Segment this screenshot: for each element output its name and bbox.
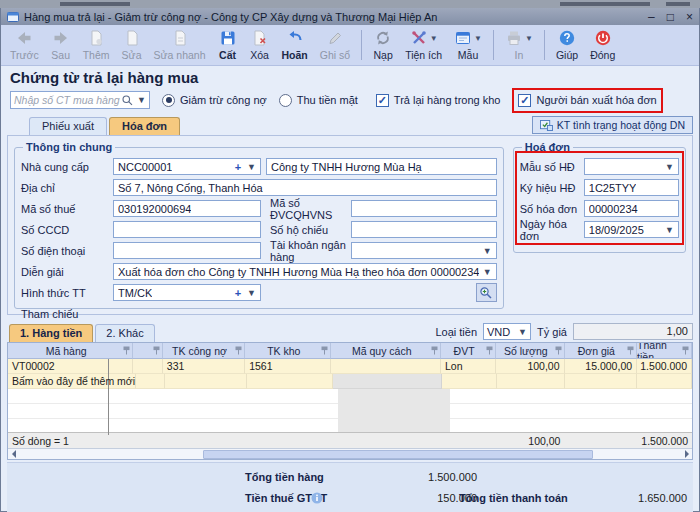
address-field[interactable]: Số 7, Nông Cống, Thanh Hóa	[113, 179, 497, 196]
pin-icon[interactable]	[486, 346, 493, 355]
tab-khac[interactable]: 2. Khác	[95, 324, 154, 342]
cell[interactable]	[637, 374, 692, 389]
toolbar-mau-button[interactable]: ▼Mẫu	[449, 28, 487, 62]
cell[interactable]: 331	[163, 359, 245, 374]
checkbox-nguoi-ban-xuat-hoa-don[interactable]: ✓ Người bán xuất hóa đơn	[518, 94, 656, 107]
column-header-5[interactable]: ĐVT	[441, 343, 496, 359]
radio-icon[interactable]	[162, 94, 175, 107]
search-field[interactable]	[14, 94, 121, 106]
invoice-form-dropdown-icon[interactable]: ▼	[665, 162, 674, 172]
grid-data-row[interactable]: VT000023311561Lon100,0015.000,001.500.00…	[8, 359, 692, 374]
toolbar-dong-button[interactable]: Đóng	[585, 28, 620, 62]
supplier-dropdown-icon[interactable]: ▼	[247, 162, 256, 172]
column-header-6[interactable]: Số lượng	[496, 343, 565, 359]
minimize-icon[interactable]: –	[648, 11, 655, 23]
column-header-1[interactable]	[133, 343, 162, 359]
tab-hoa-don[interactable]: Hóa đơn	[109, 117, 180, 135]
bank-dropdown-icon[interactable]: ▼	[483, 246, 492, 256]
currency-combo[interactable]: VND ▼	[483, 323, 531, 340]
invoice-number-field[interactable]: 00000234	[584, 200, 679, 217]
cell[interactable]	[133, 359, 163, 374]
radio-icon[interactable]	[279, 94, 292, 107]
bank-account-combo[interactable]: ▼	[351, 242, 497, 259]
invoice-date-picker[interactable]: 18/09/2025 ▼	[584, 221, 679, 238]
invoice-date-dropdown-icon[interactable]: ▼	[665, 225, 674, 235]
cell[interactable]: VT00002	[8, 359, 133, 374]
checkbox-icon[interactable]: ✓	[376, 94, 389, 107]
pin-icon[interactable]	[555, 346, 562, 355]
invoice-serial-field[interactable]: 1C25TYY	[584, 179, 679, 196]
payment-method-combo[interactable]: TM/CK + ▼	[113, 284, 261, 301]
checkbox-icon[interactable]: ✓	[518, 94, 531, 107]
scrollbar-thumb[interactable]	[203, 450, 593, 459]
maximize-icon[interactable]: □	[667, 11, 674, 23]
column-header-8[interactable]: Thành tiền	[637, 343, 692, 359]
checkbox-tra-lai-hang-trong-kho[interactable]: ✓ Trả lại hàng trong kho	[376, 94, 501, 107]
passport-field[interactable]	[351, 221, 497, 238]
cell[interactable]	[497, 374, 565, 389]
cccd-field[interactable]	[113, 221, 261, 238]
radio-giam-tru-cong-no[interactable]: Giảm trừ công nợ	[162, 94, 267, 107]
cell[interactable]: 1561	[245, 359, 331, 374]
search-dropdown-icon[interactable]: ▼	[137, 95, 146, 105]
cell[interactable]: 100,00	[496, 359, 565, 374]
column-header-2[interactable]: TK công nợ	[163, 343, 245, 359]
column-header-7[interactable]: Đơn giá	[565, 343, 638, 359]
column-header-3[interactable]: TK kho	[245, 343, 331, 359]
budget-code-field[interactable]	[351, 200, 497, 217]
zoom-in-button[interactable]	[476, 283, 497, 302]
dropdown-icon[interactable]: ▼	[525, 34, 533, 43]
toolbar-cat-button[interactable]: Cất	[213, 28, 243, 62]
info-icon[interactable]	[311, 492, 323, 504]
pin-icon[interactable]	[153, 346, 160, 355]
scroll-right-icon[interactable]	[681, 449, 692, 459]
supplier-code-combo[interactable]: NCC00001 + ▼	[113, 158, 261, 175]
kt-status-button[interactable]: KT tình trạng hoạt động DN	[532, 116, 693, 134]
pin-icon[interactable]	[123, 346, 130, 355]
search-icon[interactable]	[121, 94, 134, 107]
supplier-name-field[interactable]: Công ty TNHH Hương Mùa Hạ	[266, 158, 497, 175]
cell[interactable]	[247, 374, 333, 389]
memo-dropdown-icon[interactable]: ▼	[483, 267, 492, 277]
cell[interactable]: 15.000,00	[565, 359, 638, 374]
memo-field[interactable]: Xuất hóa đơn cho Công ty TNHH Hương Mùa …	[113, 263, 497, 280]
pin-icon[interactable]	[235, 346, 242, 355]
cell[interactable]	[442, 374, 497, 389]
cell[interactable]	[333, 374, 442, 389]
cell[interactable]	[331, 359, 441, 374]
tab-phieu-xuat[interactable]: Phiếu xuất	[29, 117, 107, 135]
pin-icon[interactable]	[321, 346, 328, 355]
cell[interactable]	[165, 374, 247, 389]
dropdown-icon[interactable]: ▼	[430, 34, 438, 43]
cell[interactable]: Lon	[441, 359, 496, 374]
add-row-hint[interactable]: Bấm vào đây để thêm mới	[8, 374, 136, 389]
horizontal-scrollbar[interactable]	[8, 448, 692, 459]
column-splitter[interactable]	[108, 359, 109, 435]
currency-dropdown-icon[interactable]: ▼	[518, 327, 527, 337]
close-icon[interactable]: ×	[686, 11, 693, 23]
cell[interactable]	[565, 374, 637, 389]
invoice-form-combo[interactable]: ▼	[584, 158, 679, 175]
phone-field[interactable]	[113, 242, 261, 259]
grid-add-row[interactable]: Bấm vào đây để thêm mới	[8, 374, 692, 389]
grid-empty-area[interactable]	[8, 389, 692, 432]
pin-icon[interactable]	[682, 346, 689, 355]
toolbar-giup-button[interactable]: Giúp	[551, 28, 583, 62]
pin-icon[interactable]	[431, 346, 438, 355]
add-supplier-icon[interactable]: +	[233, 161, 243, 173]
payment-dropdown-icon[interactable]: ▼	[247, 288, 256, 298]
radio-thu-tien-mat[interactable]: Thu tiền mặt	[279, 94, 358, 107]
add-payment-icon[interactable]: +	[233, 287, 243, 299]
tab-hang-tien[interactable]: 1. Hàng tiền	[9, 324, 93, 342]
search-input[interactable]: ▼	[10, 91, 150, 109]
tax-code-field[interactable]: 030192000694	[113, 200, 261, 217]
column-header-4[interactable]: Mã quy cách	[331, 343, 441, 359]
scroll-left-icon[interactable]	[8, 449, 19, 459]
cell[interactable]: 1.500.000	[637, 359, 692, 374]
cell[interactable]	[136, 374, 165, 389]
column-header-0[interactable]: Mã hàng	[8, 343, 133, 359]
pin-icon[interactable]	[627, 346, 634, 355]
toolbar-hoan-button[interactable]: Hoãn	[277, 28, 313, 62]
dropdown-icon[interactable]: ▼	[474, 34, 482, 43]
toolbar-tien-ich-button[interactable]: ▼Tiện ích	[400, 28, 447, 62]
